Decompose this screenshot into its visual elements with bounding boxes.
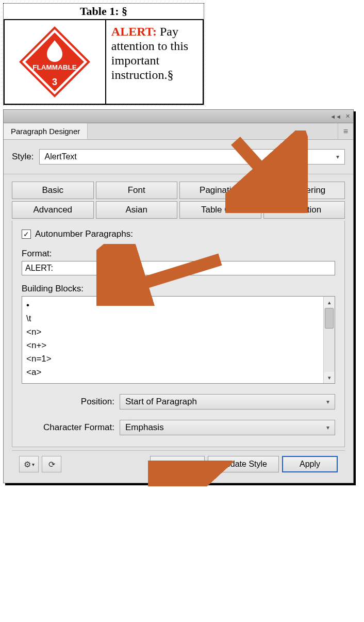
autonumber-label: Autonumber Paragraphs: [35, 229, 133, 239]
paragraph-designer-panel: ◄◄ ✕ Paragraph Designer ≡ Style: AlertTe… [3, 109, 354, 483]
format-input[interactable] [22, 261, 335, 275]
settings-button[interactable]: ⚙▾ [19, 456, 39, 472]
chevron-down-icon: ▾ [326, 398, 329, 405]
apply-button[interactable]: Apply [282, 456, 338, 472]
chevron-down-icon: ▾ [326, 424, 329, 431]
character-format-select[interactable]: Emphasis ▾ [120, 420, 335, 435]
style-select[interactable]: AlertText ▾ [39, 149, 345, 165]
tab-direction[interactable]: Direction [263, 201, 345, 219]
collapse-icon[interactable]: ◄◄ [330, 113, 341, 120]
list-item[interactable]: \t [26, 312, 319, 325]
list-item[interactable]: <a> [26, 366, 319, 379]
chevron-down-icon: ▾ [32, 462, 35, 467]
scroll-thumb[interactable] [325, 308, 334, 329]
tab-pagination[interactable]: Pagination [179, 182, 261, 199]
rename-button[interactable]: Rename [150, 456, 205, 472]
flammable-placard-icon: FLAMMABLE 3 [16, 23, 93, 101]
building-blocks-list[interactable]: • \t <n> <n+> <n=1> <a> ▴ ▾ [22, 296, 335, 384]
tab-asian[interactable]: Asian [96, 201, 178, 219]
tab-numbering[interactable]: Numbering [263, 182, 345, 199]
panel-tab-strip: Paragraph Designer ≡ [4, 123, 353, 140]
chevron-down-icon: ▾ [336, 153, 339, 160]
table-title: Table 1: § [4, 4, 204, 19]
update-style-button[interactable]: Update Style [208, 456, 279, 472]
list-item[interactable]: <n> [26, 325, 319, 339]
tab-paragraph-designer[interactable]: Paragraph Designer [4, 123, 88, 139]
refresh-icon: ⟳ [48, 460, 55, 469]
panel-footer: ⚙▾ ⟳ Rename Update Style Apply [12, 450, 345, 478]
svg-text:3: 3 [52, 77, 57, 87]
list-item[interactable]: <n+> [26, 339, 319, 352]
close-icon[interactable]: ✕ [345, 113, 350, 120]
style-label: Style: [12, 152, 34, 162]
position-label: Position: [22, 397, 114, 407]
style-value: AlertText [45, 152, 77, 161]
tab-basic[interactable]: Basic [12, 182, 94, 199]
autonumber-checkbox[interactable]: ✓ [22, 230, 31, 239]
scroll-down-icon[interactable]: ▾ [324, 372, 335, 383]
character-format-value: Emphasis [125, 422, 164, 433]
tab-table-cell[interactable]: Table Cell [179, 201, 261, 219]
listbox-scrollbar[interactable]: ▴ ▾ [323, 297, 335, 383]
panel-titlebar: ◄◄ ✕ [4, 110, 353, 123]
scroll-up-icon[interactable]: ▴ [324, 297, 335, 308]
list-item[interactable]: <n=1> [26, 352, 319, 366]
building-blocks-label: Building Blocks: [22, 284, 335, 294]
alert-prefix: ALERT: [111, 25, 157, 38]
gear-icon: ⚙ [24, 460, 31, 469]
tab-font[interactable]: Font [96, 182, 178, 199]
alert-table: FLAMMABLE 3 ALERT: Pay attention to this… [4, 19, 204, 105]
tab-advanced[interactable]: Advanced [12, 201, 94, 219]
hazard-image-cell: FLAMMABLE 3 [5, 20, 106, 104]
position-select[interactable]: Start of Paragraph ▾ [120, 394, 335, 410]
refresh-button[interactable]: ⟳ [42, 456, 61, 472]
panel-menu-icon[interactable]: ≡ [338, 123, 353, 139]
position-value: Start of Paragraph [125, 397, 197, 407]
list-item[interactable]: • [26, 299, 319, 312]
alert-text-cell: ALERT: Pay attention to this important i… [106, 20, 203, 104]
property-tabs: Basic Font Pagination Numbering Advanced… [12, 182, 345, 219]
building-blocks-items: • \t <n> <n+> <n=1> <a> [22, 297, 323, 383]
svg-text:FLAMMABLE: FLAMMABLE [33, 63, 77, 71]
numbering-pane: ✓ Autonumber Paragraphs: Format: Buildin… [12, 221, 345, 447]
format-label: Format: [22, 249, 335, 259]
document-preview: Table 1: § FLAMMABLE 3 ALERT: Pay attent… [3, 3, 204, 105]
character-format-label: Character Format: [22, 422, 114, 433]
